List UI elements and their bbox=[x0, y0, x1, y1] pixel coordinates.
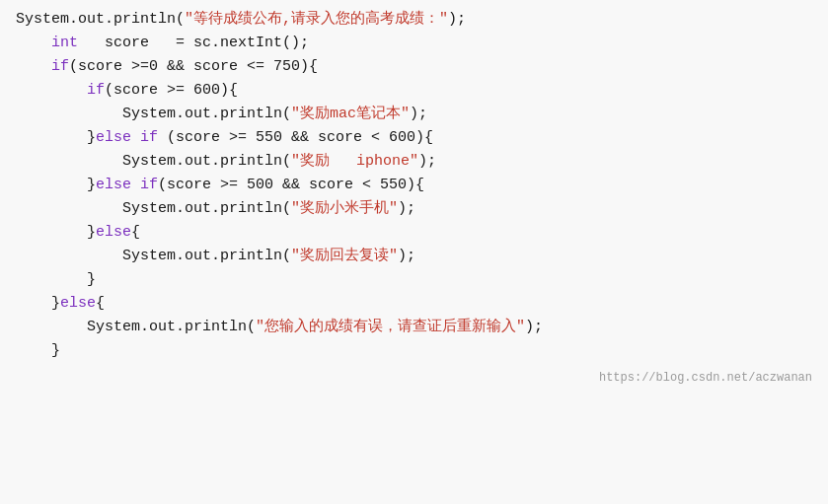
code-line-9: System.out.println("奖励小米手机"); bbox=[16, 197, 812, 221]
code-block: System.out.println("等待成绩公布,请录入您的高考成绩：");… bbox=[0, 0, 828, 504]
code-line-2: int score = sc.nextInt(); bbox=[16, 32, 812, 55]
code-line-4: if(score >= 600){ bbox=[16, 79, 812, 103]
code-line-13: }else{ bbox=[16, 292, 812, 316]
code-line-7: System.out.println("奖励 iphone"); bbox=[16, 150, 812, 174]
code-line-15: } bbox=[16, 339, 812, 363]
code-line-12: } bbox=[16, 268, 812, 292]
code-line-10: }else{ bbox=[16, 221, 812, 245]
code-line-6: }else if (score >= 550 && score < 600){ bbox=[16, 126, 812, 150]
code-line-11: System.out.println("奖励回去复读"); bbox=[16, 245, 812, 268]
code-line-5: System.out.println("奖励mac笔记本"); bbox=[16, 103, 812, 126]
code-line-14: System.out.println("您输入的成绩有误，请查证后重新输入"); bbox=[16, 316, 812, 339]
code-line-3: if(score >=0 && score <= 750){ bbox=[16, 55, 812, 79]
code-line-8: }else if(score >= 500 && score < 550){ bbox=[16, 174, 812, 197]
watermark: https://blog.csdn.net/aczwanan bbox=[599, 369, 812, 388]
code-line-1: System.out.println("等待成绩公布,请录入您的高考成绩："); bbox=[16, 8, 812, 32]
